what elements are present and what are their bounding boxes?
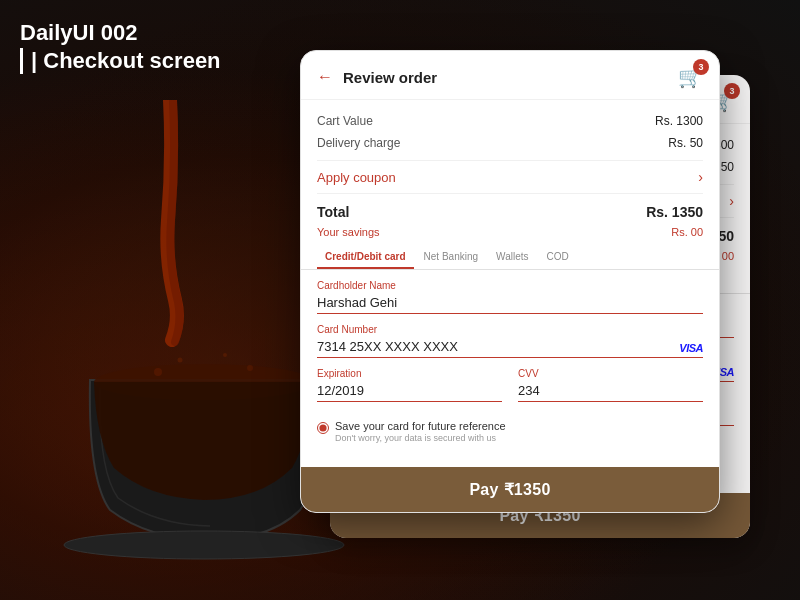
- cvv-input[interactable]: [518, 381, 703, 402]
- page-title-line2: | Checkout screen: [20, 48, 221, 74]
- svg-point-3: [247, 365, 253, 371]
- cart-badge-front[interactable]: 🛒 3: [678, 65, 703, 89]
- delivery-label: Delivery charge: [317, 136, 400, 150]
- save-card-text-area: Save your card for future reference Don'…: [335, 420, 506, 443]
- tab-wallets[interactable]: Wallets: [488, 246, 536, 269]
- page-title-area: DailyUI 002 | Checkout screen: [20, 20, 221, 74]
- total-row: Total Rs. 1350: [317, 200, 703, 224]
- total-label: Total: [317, 204, 349, 220]
- review-order-label-front: Review order: [343, 69, 437, 86]
- card-number-field: Card Number VISA: [317, 324, 703, 358]
- save-card-subtext: Don't worry, your data is secured with u…: [335, 433, 506, 443]
- cardholder-field: Cardholder Name: [317, 280, 703, 314]
- total-value: Rs. 1350: [646, 204, 703, 220]
- expiry-field: Expiration: [317, 368, 502, 402]
- expiry-input[interactable]: [317, 381, 502, 402]
- card-number-input[interactable]: [317, 337, 703, 358]
- payment-tabs: Credit/Debit card Net Banking Wallets CO…: [301, 246, 719, 270]
- delivery-row: Delivery charge Rs. 50: [317, 132, 703, 154]
- svg-point-5: [223, 353, 227, 357]
- tab-cod[interactable]: COD: [538, 246, 576, 269]
- savings-label: Your savings: [317, 226, 380, 238]
- savings-row: Your savings Rs. 00: [317, 224, 703, 240]
- tab-credit-debit[interactable]: Credit/Debit card: [317, 246, 414, 269]
- visa-logo-badge: VISA: [679, 342, 703, 354]
- coupon-label: Apply coupon: [317, 170, 396, 185]
- pay-now-button[interactable]: Pay ₹1350: [301, 467, 719, 512]
- coupon-arrow-icon: ›: [698, 169, 703, 185]
- coffee-illustration: [10, 100, 350, 560]
- cart-value-row: Cart Value Rs. 1300: [317, 110, 703, 132]
- cart-value-amount: Rs. 1300: [655, 114, 703, 128]
- expiry-cvv-row: Expiration CVV: [317, 368, 703, 412]
- cards-wrapper: ← Review order 🛒 3 Cart Value Rs. 1300 D…: [300, 50, 780, 570]
- review-order-title: ← Review order: [317, 68, 437, 86]
- save-card-row: Save your card for future reference Don'…: [317, 420, 703, 443]
- tab-net-banking[interactable]: Net Banking: [416, 246, 486, 269]
- payment-form: Cardholder Name Card Number VISA Expirat…: [317, 270, 703, 443]
- save-card-radio[interactable]: [317, 422, 329, 434]
- expiry-label: Expiration: [317, 368, 502, 379]
- page-title-line1: DailyUI 002: [20, 20, 221, 46]
- delivery-value: Rs. 50: [668, 136, 703, 150]
- cart-value-label: Cart Value: [317, 114, 373, 128]
- svg-point-4: [178, 358, 183, 363]
- card-body: Cart Value Rs. 1300 Delivery charge Rs. …: [301, 100, 719, 461]
- svg-point-2: [154, 368, 162, 376]
- save-card-label: Save your card for future reference: [335, 420, 506, 432]
- cardholder-name-input[interactable]: [317, 293, 703, 314]
- card-number-label: Card Number: [317, 324, 703, 335]
- card-front: ← Review order 🛒 3 Cart Value Rs. 1300 D…: [300, 50, 720, 513]
- cart-count-badge: 3: [724, 83, 740, 99]
- back-coupon-arrow-icon: ›: [729, 193, 734, 209]
- cvv-field: CVV: [518, 368, 703, 402]
- cvv-label: CVV: [518, 368, 703, 379]
- back-arrow-front-icon[interactable]: ←: [317, 68, 333, 86]
- cart-count-badge-front: 3: [693, 59, 709, 75]
- coupon-row[interactable]: Apply coupon ›: [317, 160, 703, 194]
- cardholder-name-label: Cardholder Name: [317, 280, 703, 291]
- savings-value: Rs. 00: [671, 226, 703, 238]
- card-header: ← Review order 🛒 3: [301, 51, 719, 100]
